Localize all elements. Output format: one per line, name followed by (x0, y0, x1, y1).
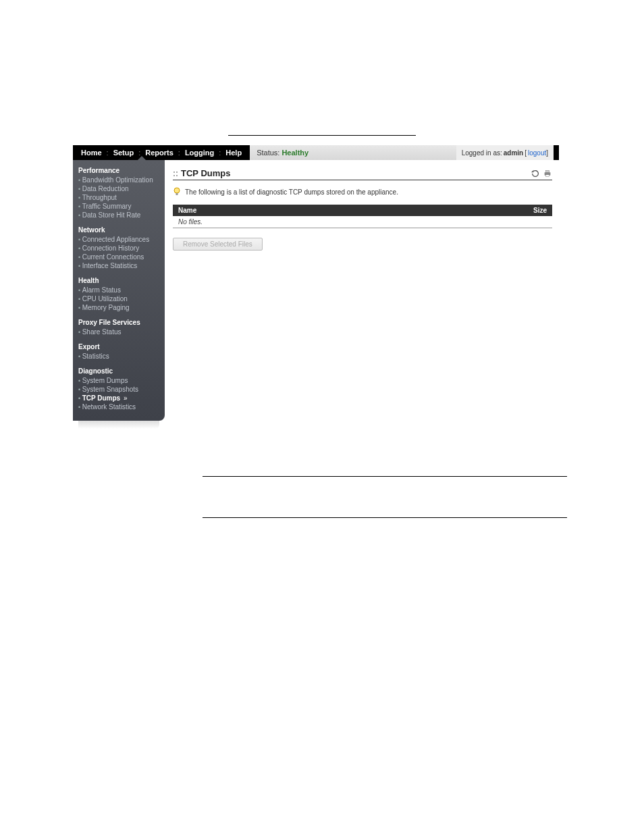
sidebar-item-system-dumps[interactable]: System Dumps (78, 376, 159, 385)
dump-files-table: Name Size No files. (173, 205, 552, 228)
login-status: Logged in as: admin [logout] (456, 145, 554, 160)
sidebar-item-connected-appliances[interactable]: Connected Appliances (78, 235, 159, 244)
lower-divider-1 (203, 476, 567, 477)
sidebar-item-system-snapshots[interactable]: System Snapshots (78, 385, 159, 394)
sidebar-item-bandwidth-optimization[interactable]: Bandwidth Optimization (78, 176, 159, 184)
sidebar-section-proxy-file-services: Proxy File Services (78, 319, 159, 326)
login-prefix: Logged in as: (462, 149, 502, 157)
top-navbar: Home : Setup : Reports : Logging : Help … (73, 145, 559, 160)
active-indicator-icon: » (122, 394, 127, 402)
sidebar-item-cpu-utilization[interactable]: CPU Utilization (78, 294, 159, 303)
nav-reports[interactable]: Reports (142, 149, 176, 157)
sidebar-item-memory-paging[interactable]: Memory Paging (78, 303, 159, 312)
top-divider (228, 135, 416, 136)
sidebar-item-current-connections[interactable]: Current Connections (78, 253, 159, 261)
hint-text: The following is a list of diagnostic TC… (185, 188, 398, 196)
main-content: :: TCP Dumps The follo (165, 160, 559, 429)
login-user: admin (504, 149, 523, 157)
sidebar-item-statistics[interactable]: Statistics (78, 352, 159, 361)
page-title: TCP Dumps (181, 168, 230, 178)
nav-sep: : (176, 149, 182, 157)
sidebar-section-health: Health (78, 277, 159, 284)
remove-selected-files-button: Remove Selected Files (173, 238, 263, 251)
nav-setup[interactable]: Setup (111, 149, 137, 157)
lightbulb-icon (173, 187, 181, 197)
page-title-prefix: :: (173, 169, 178, 178)
nav-sep: : (105, 149, 111, 157)
nav-help[interactable]: Help (223, 149, 244, 157)
sidebar-section-performance: Performance (78, 167, 159, 174)
svg-rect-2 (545, 174, 549, 176)
table-row-empty: No files. (173, 216, 552, 228)
status-label: Status: (257, 149, 279, 157)
sidebar-item-data-reduction[interactable]: Data Reduction (78, 184, 159, 193)
lower-divider-2 (203, 517, 567, 518)
table-header-size[interactable]: Size (380, 205, 552, 216)
table-header-name[interactable]: Name (173, 205, 380, 216)
nav-home[interactable]: Home (78, 149, 105, 157)
sidebar-item-throughput[interactable]: Throughput (78, 193, 159, 202)
sidebar-shadow (78, 421, 159, 429)
svg-point-3 (174, 188, 180, 193)
sidebar: Performance Bandwidth Optimization Data … (73, 160, 165, 421)
print-icon[interactable] (543, 169, 552, 178)
sidebar-item-share-status[interactable]: Share Status (78, 328, 159, 336)
sidebar-item-alarm-status[interactable]: Alarm Status (78, 286, 159, 294)
sidebar-item-data-store-hit-rate[interactable]: Data Store Hit Rate (78, 211, 159, 219)
nav-sep: : (217, 149, 223, 157)
hint-row: The following is a list of diagnostic TC… (173, 187, 552, 197)
refresh-icon[interactable] (531, 169, 540, 178)
sidebar-item-connection-history[interactable]: Connection History (78, 244, 159, 253)
sidebar-item-traffic-summary[interactable]: Traffic Summary (78, 202, 159, 211)
sidebar-section-network: Network (78, 226, 159, 234)
status-bar: Status: Healthy (250, 145, 456, 160)
table-empty-message: No files. (173, 216, 552, 228)
sidebar-item-tcp-dumps[interactable]: TCP Dumps » (78, 394, 159, 402)
nav-logging[interactable]: Logging (182, 149, 217, 157)
sidebar-section-export: Export (78, 343, 159, 350)
sidebar-item-interface-statistics[interactable]: Interface Statistics (78, 261, 159, 270)
page-title-row: :: TCP Dumps (173, 168, 552, 180)
sidebar-section-diagnostic: Diagnostic (78, 367, 159, 375)
sidebar-item-network-statistics[interactable]: Network Statistics (78, 402, 159, 411)
svg-rect-4 (176, 193, 178, 195)
status-value: Healthy (281, 149, 308, 157)
logout-link[interactable]: logout (528, 149, 546, 157)
svg-rect-1 (545, 170, 549, 172)
